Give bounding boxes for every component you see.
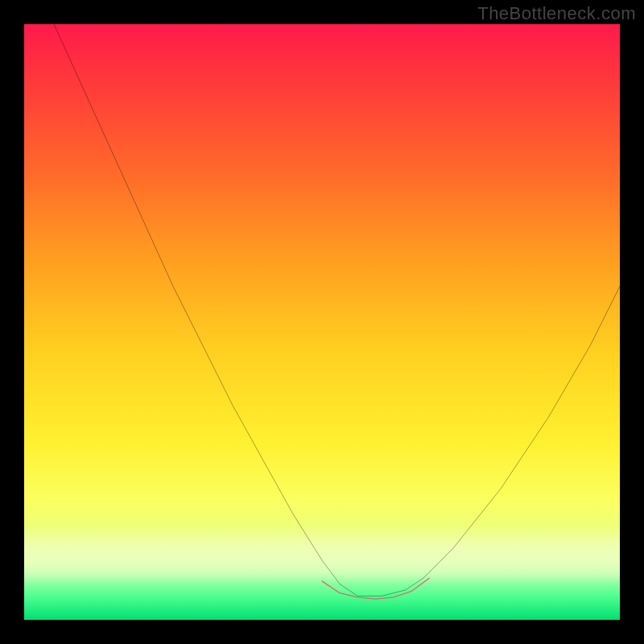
valley-highlight — [322, 578, 429, 599]
bottleneck-curve — [54, 24, 620, 596]
curve-layer — [24, 24, 620, 620]
chart-frame: TheBottleneck.com — [0, 0, 644, 644]
plot-area — [24, 24, 620, 620]
watermark-text: TheBottleneck.com — [477, 3, 636, 24]
